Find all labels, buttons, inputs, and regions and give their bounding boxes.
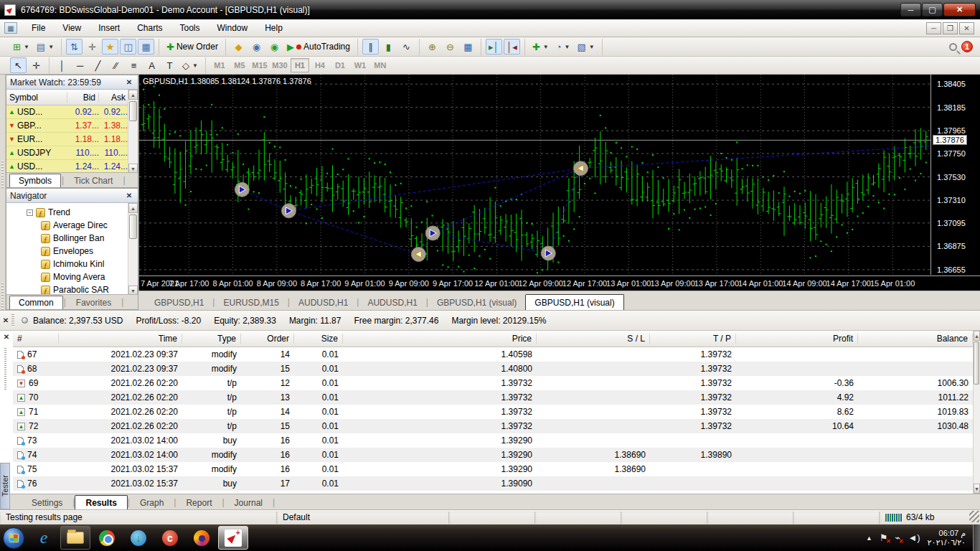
crosshair-button[interactable]: ✛	[28, 57, 44, 73]
column-header-size[interactable]: Size	[294, 334, 343, 344]
zoom-in-button[interactable]: ⊕	[424, 39, 440, 55]
strategy-tester-button[interactable]: ▦	[138, 39, 154, 55]
timeframe-h4[interactable]: H4	[311, 58, 329, 72]
periods-button[interactable]: ◔▼	[553, 39, 573, 55]
navigator-close-icon[interactable]: ✕	[124, 191, 134, 201]
terminal-button[interactable]: ◫	[120, 39, 136, 55]
tester-tab-journal[interactable]: Journal	[225, 496, 273, 509]
table-row[interactable]: 682021.02.23 09:37modify150.011.408001.3…	[13, 362, 973, 376]
volume-icon[interactable]: ◄)	[908, 532, 920, 543]
chart-tab-5[interactable]: GBPUSD,H1 (visual)	[525, 294, 623, 310]
resize-grip-icon[interactable]	[969, 511, 979, 522]
column-header-sl[interactable]: S / L	[537, 334, 650, 344]
tree-item-parabolic-sar[interactable]: ƒParabolic SAR	[6, 283, 128, 294]
menu-tools[interactable]: Tools	[171, 21, 209, 35]
menu-window[interactable]: Window	[209, 21, 257, 35]
tray-expand-icon[interactable]: ▲	[866, 534, 872, 542]
line-chart-mode-button[interactable]: ∿	[398, 39, 415, 55]
taskbar-windows-explorer[interactable]	[60, 526, 90, 550]
tree-item-moving-avera[interactable]: ƒMoving Avera	[6, 270, 128, 283]
text-label-button[interactable]: T	[161, 57, 178, 73]
timeframe-mn[interactable]: MN	[371, 58, 390, 72]
tester-tab-graph[interactable]: Graph	[130, 496, 174, 509]
start-button[interactable]	[3, 527, 24, 549]
market-watch-row[interactable]: ▼EUR...1.18...1.18...	[6, 133, 138, 146]
table-row[interactable]: ▲702021.02.26 02:20t/p130.011.397321.397…	[13, 390, 973, 405]
timeframe-h1[interactable]: H1	[291, 58, 309, 72]
text-button[interactable]: A	[143, 57, 160, 73]
navigator-button[interactable]: ★	[102, 39, 118, 55]
chart-tab-3[interactable]: AUDUSD,H1	[359, 295, 425, 310]
templates-button[interactable]: ▧▼	[575, 39, 598, 55]
chart-tab-4[interactable]: GBPUSD,H1 (visual)	[428, 295, 525, 310]
column-header-type[interactable]: Type	[182, 334, 241, 344]
search-icon[interactable]	[949, 43, 957, 51]
mdi-close-button[interactable]: ✕	[959, 22, 974, 34]
bar-chart-mode-button[interactable]: ∥	[362, 39, 379, 55]
price-axis[interactable]: 1.384051.381851.379651.377501.375301.373…	[930, 75, 980, 275]
tester-vertical-tab[interactable]: Tester	[0, 463, 10, 509]
show-desktop-button[interactable]	[973, 524, 980, 551]
chart-tab-1[interactable]: EURUSD,M15	[215, 295, 287, 310]
arrows-button[interactable]: ◇▼	[179, 57, 201, 73]
results-scrollbar[interactable]: ▲ ▼	[973, 331, 980, 494]
table-row[interactable]: 742021.03.02 14:00modify160.011.392901.3…	[13, 448, 973, 462]
market-watch-row[interactable]: ▼GBP...1.37...1.38...	[6, 119, 138, 133]
market-watch-button[interactable]: ⇅	[66, 39, 83, 55]
navigator-scrollbar[interactable]: ▲ ▼	[128, 203, 138, 296]
notifications-badge[interactable]: 1	[961, 41, 973, 52]
timeframe-m30[interactable]: M30	[270, 58, 289, 72]
zoom-out-button[interactable]: ⊖	[442, 39, 458, 55]
equidistant-channel-button[interactable]: ∕∕	[108, 57, 124, 73]
tab-common[interactable]: Common	[9, 296, 63, 309]
tab-symbols[interactable]: Symbols	[9, 174, 61, 187]
mdi-restore-button[interactable]: ❐	[943, 22, 958, 34]
signals-button[interactable]: ◉	[266, 39, 283, 55]
taskbar-idm-grabber[interactable]: c	[155, 526, 185, 550]
column-header[interactable]: Symbol	[6, 93, 67, 103]
timeframe-w1[interactable]: W1	[351, 58, 369, 72]
column-header-price[interactable]: Price	[343, 334, 537, 344]
tile-windows-button[interactable]: ▦	[460, 39, 476, 55]
collapse-icon[interactable]: −	[27, 209, 33, 216]
table-row[interactable]: 732021.03.02 14:00buy160.011.39290	[13, 433, 973, 448]
column-header-tp[interactable]: T / P	[650, 334, 736, 344]
tree-item-ichimoku-kinl[interactable]: ƒIchimoku Kinl	[6, 258, 128, 270]
column-header-order[interactable]: Order	[241, 334, 294, 344]
chart-tab-2[interactable]: AUDUSD,H1	[290, 295, 357, 310]
menu-insert[interactable]: Insert	[90, 21, 128, 35]
taskbar-idm[interactable]: ↓	[123, 526, 154, 550]
scroll-down-icon[interactable]: ▼	[974, 484, 980, 494]
timeframe-d1[interactable]: D1	[331, 58, 349, 72]
maximize-button[interactable]: ▢	[922, 3, 943, 17]
menu-help[interactable]: Help	[256, 21, 291, 35]
table-row[interactable]: ▲722021.02.26 02:20t/p150.011.397321.397…	[13, 419, 973, 433]
menu-file[interactable]: File	[23, 21, 54, 35]
new-chart-button[interactable]: ⊞▼	[10, 39, 32, 55]
taskbar-metatrader[interactable]	[218, 526, 248, 550]
scroll-up-icon[interactable]: ▲	[974, 331, 980, 341]
menu-view[interactable]: View	[54, 21, 90, 35]
table-row[interactable]: ▲712021.02.26 02:20t/p140.011.397321.397…	[13, 405, 973, 419]
table-row[interactable]: 672021.02.23 09:37modify140.011.405981.3…	[13, 347, 973, 362]
taskbar-chrome[interactable]	[92, 526, 122, 550]
column-header-profit[interactable]: Profit	[736, 334, 858, 344]
column-header[interactable]: Ask	[99, 93, 129, 103]
terminal-close-icon[interactable]: ✕	[0, 316, 11, 324]
metaeditor-button[interactable]: ◆	[230, 39, 247, 55]
action-center-icon[interactable]: ⚑	[880, 532, 888, 543]
chart-tab-0[interactable]: GBPUSD,H1	[146, 295, 212, 310]
tab-favorites[interactable]: Favorites	[67, 296, 121, 309]
experts-button[interactable]: ◉	[248, 39, 265, 55]
tester-tab-settings[interactable]: Settings	[22, 496, 72, 509]
table-row[interactable]: ▼692021.02.26 02:20t/p120.011.397321.397…	[13, 376, 973, 390]
tree-item-average-direc[interactable]: ƒAverage Direc	[6, 219, 128, 232]
results-close-icon[interactable]: ✕	[1, 333, 11, 341]
taskbar-firefox[interactable]	[187, 526, 217, 550]
tester-tab-results[interactable]: Results	[75, 495, 127, 509]
chart-area[interactable]: GBPUSD,H1 1.38085 1.38124 1.37876 1.3787…	[138, 75, 980, 291]
network-icon[interactable]: ⌁	[895, 532, 901, 543]
market-watch-row[interactable]: ▲USDJPY110....110....	[6, 146, 138, 160]
mdi-minimize-button[interactable]: ─	[926, 22, 941, 34]
new-order-button[interactable]: ✚New Order	[164, 39, 221, 55]
